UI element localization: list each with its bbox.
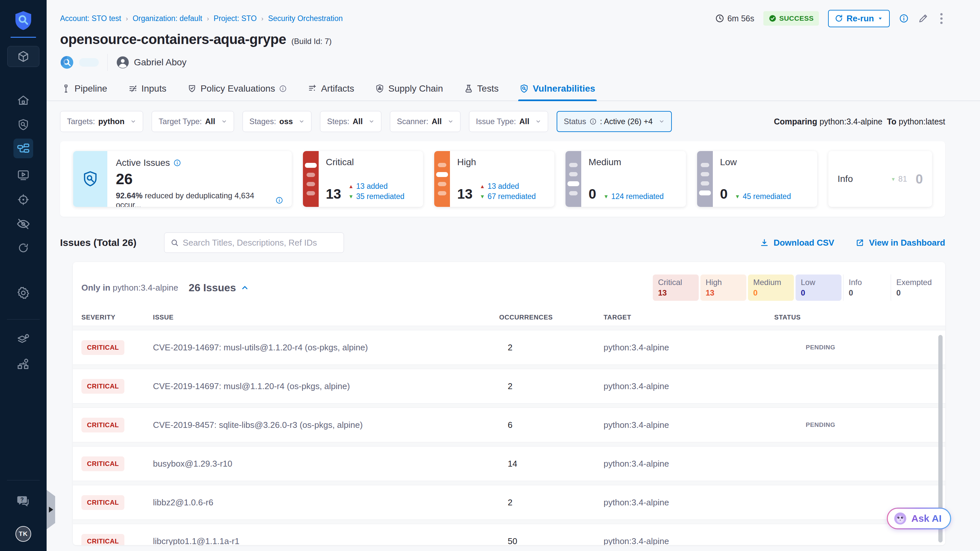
chip-high[interactable]: High13 — [700, 274, 746, 301]
nav-overview[interactable] — [13, 115, 33, 135]
severity-badge: CRITICAL — [81, 379, 124, 394]
filter-status[interactable]: Status : Active (26) +4 — [557, 111, 672, 132]
stage-pill — [79, 58, 99, 67]
table-row[interactable]: CRITICAL CVE-2019-14697: musl@1.1.20-r4 … — [73, 369, 945, 403]
sliders-icon — [128, 84, 137, 93]
triangle-down-icon: ▼ — [891, 176, 896, 182]
rerun-button[interactable]: Re-run — [828, 10, 890, 27]
group-label: Only in python:3.4-alpine — [81, 283, 178, 293]
run-info-icon[interactable] — [899, 13, 909, 23]
tab-tests[interactable]: Tests — [463, 79, 500, 100]
user-icon — [116, 56, 129, 69]
chip-critical[interactable]: Critical13 — [653, 274, 699, 301]
edit-pipeline-icon[interactable] — [918, 13, 929, 24]
severity-badge: CRITICAL — [81, 456, 124, 471]
info-icon — [279, 85, 287, 92]
nav-targets[interactable] — [13, 190, 33, 210]
more-options-icon[interactable] — [938, 12, 945, 25]
tab-vulnerabilities[interactable]: Vulnerabilities — [518, 79, 597, 100]
severity-badge: CRITICAL — [81, 340, 124, 355]
table-row[interactable]: CRITICAL CVE-2019-14697: musl-utils@1.1.… — [73, 330, 945, 365]
nav-default-settings[interactable] — [13, 330, 33, 349]
nav-divider — [7, 319, 40, 320]
ai-bot-icon — [893, 511, 907, 526]
table-row[interactable]: CRITICAL libcrypto1.1@1.1.1a-r1 50 pytho… — [73, 524, 945, 545]
chip-exempted[interactable]: Exempted0 — [891, 274, 937, 301]
dedup-note: 92.64% reduced by deduplicating 4,634 oc… — [116, 191, 283, 207]
flask-icon — [464, 84, 473, 93]
filter-stages[interactable]: Stages:oss — [243, 111, 312, 132]
comparing-label: Comparing python:3.4-alpine To python:la… — [774, 117, 945, 126]
triangle-down-icon: ▼ — [603, 194, 609, 200]
row-divider — [73, 365, 945, 369]
sidebar-expand-handle[interactable] — [47, 490, 55, 529]
build-id: (Build Id: 7) — [291, 37, 332, 46]
tab-inputs[interactable]: Inputs — [127, 79, 168, 100]
row-divider — [73, 403, 945, 408]
chip-low[interactable]: Low0 — [795, 274, 842, 301]
issues-search[interactable] — [164, 233, 344, 253]
filter-issue-type[interactable]: Issue Type:All — [469, 111, 548, 132]
pipeline-icon — [61, 84, 70, 93]
module-selector[interactable] — [7, 46, 40, 67]
nav-project-settings[interactable] — [13, 283, 33, 303]
harness-sto-logo-icon — [13, 9, 34, 32]
nav-get-started[interactable] — [13, 238, 33, 258]
row-divider — [73, 519, 945, 524]
nav-divider — [11, 37, 36, 38]
cube-icon — [17, 50, 30, 63]
filter-targets[interactable]: Targets:python — [60, 111, 143, 132]
chip-medium[interactable]: Medium0 — [748, 274, 794, 301]
view-in-dashboard-button[interactable]: View in Dashboard — [855, 238, 945, 248]
chevron-down-icon — [369, 119, 374, 124]
severity-badge: CRITICAL — [81, 495, 124, 510]
info-icon[interactable] — [275, 196, 283, 204]
tab-policy-evaluations[interactable]: Policy Evaluations — [186, 79, 288, 100]
info-icon[interactable] — [173, 159, 181, 167]
list-plus-icon — [308, 84, 317, 93]
ask-ai-button[interactable]: Ask AI — [887, 508, 951, 529]
active-issues-count: 26 — [116, 170, 283, 188]
severity-strip-icon — [697, 151, 713, 207]
filter-scanner[interactable]: Scanner:All — [390, 111, 460, 132]
nav-help[interactable]: ? — [13, 491, 33, 511]
main-content: Account: STO test › Organization: defaul… — [47, 0, 980, 545]
tab-pipeline[interactable]: Pipeline — [60, 79, 109, 100]
download-csv-button[interactable]: Download CSV — [760, 238, 834, 248]
issues-table-card: Only in python:3.4-alpine 26 Issues Crit… — [73, 262, 945, 545]
search-icon — [170, 238, 179, 247]
external-link-icon — [855, 238, 864, 247]
table-row[interactable]: CRITICAL busybox@1.29.3-r10 14 python:3.… — [73, 447, 945, 481]
nav-baselines[interactable] — [13, 214, 33, 234]
breadcrumb-project[interactable]: Project: STO — [214, 14, 257, 23]
nav-home[interactable] — [13, 91, 33, 110]
shield-search-icon — [520, 84, 529, 93]
chevron-down-icon — [448, 119, 453, 124]
status-badge: SUCCESS — [764, 11, 819, 25]
group-count-toggle[interactable]: 26 Issues — [189, 282, 249, 294]
medium-card: Medium 0 ▼124 remediated — [565, 151, 686, 207]
tab-artifacts[interactable]: Artifacts — [307, 79, 355, 100]
nav-executions[interactable] — [13, 165, 33, 185]
layers-gear-icon — [16, 333, 30, 346]
breadcrumb-module[interactable]: Security Orchestration — [268, 14, 343, 23]
filter-target-type[interactable]: Target Type:All — [152, 111, 234, 132]
severity-badge: CRITICAL — [81, 418, 124, 432]
tab-supply-chain[interactable]: Supply Chain — [374, 79, 444, 100]
breadcrumb-org[interactable]: Organization: default — [133, 14, 202, 23]
filter-steps[interactable]: Steps:All — [320, 111, 381, 132]
chip-info[interactable]: Info0 — [843, 274, 889, 301]
user-avatar[interactable]: TK — [16, 526, 31, 542]
expand-arrow-icon — [49, 507, 53, 513]
play-icon — [17, 168, 30, 181]
svg-text:?: ? — [20, 497, 24, 502]
table-row[interactable]: CRITICAL CVE-2019-8457: sqlite-libs@3.26… — [73, 408, 945, 442]
triangle-up-icon: ▲ — [348, 183, 353, 190]
active-issues-card: Active Issues 26 92.64% reduced by dedup… — [73, 151, 292, 207]
nav-pipelines[interactable] — [13, 139, 33, 158]
search-input[interactable] — [183, 238, 338, 248]
table-row[interactable]: CRITICAL libbz2@1.0.6-r6 2 python:3.4-al… — [73, 485, 945, 519]
breadcrumb-account[interactable]: Account: STO test — [60, 14, 121, 23]
chevron-down-icon — [299, 119, 305, 124]
nav-account-resources[interactable] — [13, 355, 33, 374]
